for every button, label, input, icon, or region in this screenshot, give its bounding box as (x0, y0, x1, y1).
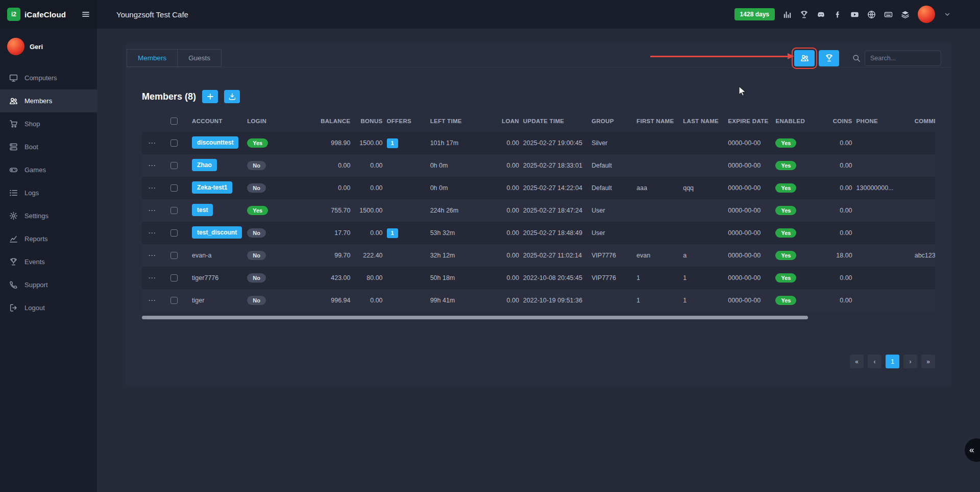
menu-toggle-button[interactable] (82, 10, 90, 18)
user-avatar[interactable] (7, 38, 24, 55)
row-actions-button[interactable]: ⋯ (148, 161, 156, 170)
cell-coins: 18.00 (825, 244, 856, 267)
topbar-youtube-button[interactable] (850, 10, 859, 19)
row-checkbox[interactable] (170, 297, 178, 304)
cell-left_time: 53h 32m (430, 222, 498, 244)
sidebar-item-settings[interactable]: Settings (0, 204, 97, 227)
page-next-button[interactable]: › (903, 355, 917, 368)
cell-login: No (247, 244, 301, 267)
sidebar-item-label: Support (24, 281, 48, 289)
sidebar-item-events[interactable]: Events (0, 250, 97, 273)
column-header-loan: LOAN (498, 110, 523, 132)
sidebar-item-shop[interactable]: Shop (0, 112, 97, 135)
sidebar-item-boot[interactable]: Boot (0, 135, 97, 158)
sidebar-item-logs[interactable]: Logs (0, 181, 97, 204)
row-actions-button[interactable]: ⋯ (148, 138, 156, 147)
cell-left_time: 50h 18m (430, 267, 498, 289)
topbar-stats-button[interactable] (783, 10, 792, 19)
cell-select (170, 267, 192, 289)
row-actions-button[interactable]: ⋯ (148, 228, 156, 237)
profile-menu-button[interactable] (943, 10, 951, 18)
row-actions-button[interactable]: ⋯ (148, 251, 156, 260)
sidebar-item-computers[interactable]: Computers (0, 66, 97, 89)
tab-guests[interactable]: Guests (178, 49, 222, 67)
page-1-button[interactable]: 1 (886, 355, 899, 368)
brand[interactable]: i2 iCafeCloud (0, 0, 97, 29)
cell-actions: ⋯ (142, 289, 170, 312)
account-button[interactable]: Zhao (192, 159, 217, 171)
page-prev-button[interactable]: ‹ (868, 355, 881, 368)
cell-left_time: 0h 0m (430, 177, 498, 199)
topbar-keyboard-button[interactable] (884, 10, 893, 19)
sidebar-item-games[interactable]: Games (0, 158, 97, 181)
cell-balance: 423.00 (301, 267, 354, 289)
column-header-balance: BALANCE (301, 110, 354, 132)
row-checkbox[interactable] (170, 162, 178, 169)
cell-bonus: 0.00 (354, 222, 386, 244)
cell-offers: 1 (387, 222, 430, 244)
cell-actions: ⋯ (142, 267, 170, 289)
cell-balance: 0.00 (301, 177, 354, 199)
add-member-button[interactable] (202, 90, 218, 103)
topbar-layers-button[interactable] (901, 10, 910, 19)
sidebar-item-reports[interactable]: Reports (0, 227, 97, 250)
cell-last_name (683, 199, 728, 222)
row-checkbox[interactable] (170, 274, 178, 282)
cell-enabled: Yes (775, 154, 824, 177)
horizontal-scrollbar[interactable] (142, 316, 808, 319)
cell-balance: 755.70 (301, 199, 354, 222)
sidebar-item-logout[interactable]: Logout (0, 296, 97, 319)
topbar-discord-button[interactable] (817, 10, 825, 19)
export-members-button[interactable] (224, 90, 240, 103)
support-icon (9, 280, 18, 289)
account-button[interactable]: test (192, 204, 213, 216)
page-first-button[interactable]: « (850, 355, 864, 368)
members-view-button[interactable] (794, 50, 815, 66)
row-actions-button[interactable]: ⋯ (148, 273, 156, 282)
account-button[interactable]: Zeka-test1 (192, 181, 232, 194)
offers-badge[interactable]: 1 (387, 138, 398, 148)
cell-expire_date: 0000-00-00 (728, 244, 775, 267)
toolbar-buttons (794, 50, 839, 66)
page-last-button[interactable]: » (921, 355, 935, 368)
enabled-badge: Yes (775, 296, 796, 305)
computers-icon (9, 74, 18, 82)
topbar-facebook-button[interactable] (834, 10, 842, 19)
select-all-checkbox[interactable] (170, 118, 178, 125)
account-button[interactable]: test_discount (192, 226, 242, 239)
days-badge: 1428 days (734, 8, 775, 20)
account-button[interactable]: discounttest (192, 136, 238, 149)
row-actions-button[interactable]: ⋯ (148, 206, 156, 215)
row-checkbox[interactable] (170, 252, 178, 259)
row-actions-button[interactable]: ⋯ (148, 183, 156, 192)
cell-account: evan-a (192, 244, 247, 267)
column-header-offers: OFFERS (387, 110, 430, 132)
cell-loan: 0.00 (498, 244, 523, 267)
enabled-badge: Yes (775, 138, 796, 148)
toolbar-right (794, 50, 941, 66)
member-row: ⋯test_discountNo17.700.00153h 32m0.00202… (142, 222, 935, 244)
topbar-right: 1428 days (734, 6, 951, 23)
guests-view-button[interactable] (819, 50, 839, 66)
profile-avatar[interactable] (918, 6, 935, 23)
topbar-globe-button[interactable] (867, 10, 876, 19)
main-area: Youngzsoft Test Cafe 1428 days MembersGu… (97, 0, 980, 492)
cell-first_name (636, 132, 683, 154)
topbar-trophy-button[interactable] (800, 10, 808, 19)
row-checkbox[interactable] (170, 229, 178, 237)
column-header-comment: COMMENT (915, 110, 935, 132)
row-checkbox[interactable] (170, 184, 178, 192)
offers-badge[interactable]: 1 (387, 228, 398, 238)
row-checkbox[interactable] (170, 207, 178, 214)
cell-offers (387, 177, 430, 199)
hamburger-icon (82, 10, 90, 18)
sidebar-item-members[interactable]: Members (0, 89, 97, 112)
row-checkbox[interactable] (170, 139, 178, 147)
row-actions-button[interactable]: ⋯ (148, 296, 156, 304)
tab-members[interactable]: Members (127, 49, 178, 67)
sidebar-item-support[interactable]: Support (0, 273, 97, 296)
cell-balance: 99.70 (301, 244, 354, 267)
search-input[interactable] (865, 51, 941, 66)
cell-coins: 0.00 (825, 222, 856, 244)
members-table-wrap: ACCOUNTLOGINBALANCEBONUSOFFERSLEFT TIMEL… (142, 110, 935, 312)
